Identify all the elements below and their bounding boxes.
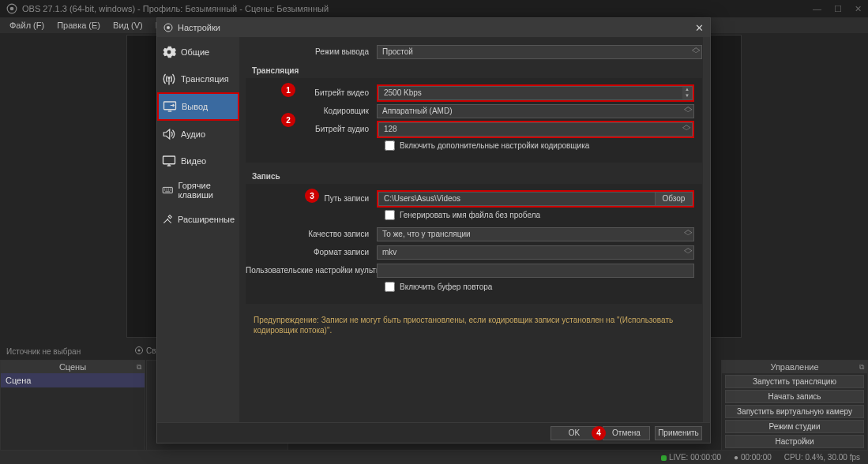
gear-icon (162, 45, 176, 59)
start-virtual-cam-button[interactable]: Запустить виртуальную камеру (725, 405, 864, 418)
keyboard-icon (162, 183, 174, 197)
svg-point-1 (10, 7, 14, 11)
antenna-icon (162, 72, 176, 86)
sidebar-label: Вывод (182, 102, 208, 111)
record-quality-select[interactable]: То же, что у трансляции (377, 227, 694, 241)
maximize-icon[interactable]: ☐ (834, 4, 842, 14)
record-format-select[interactable]: mkv (377, 245, 694, 260)
apply-button[interactable]: Применить (655, 426, 702, 440)
obs-logo-icon (163, 23, 173, 32)
svg-point-3 (138, 350, 141, 352)
svg-point-6 (168, 77, 171, 79)
encoder-label: Кодировщик (246, 107, 377, 115)
sidebar-label: Горячие клавиши (178, 181, 235, 200)
browse-button[interactable]: Обзор (655, 192, 693, 206)
status-bar: LIVE: 00:00:00 ● 00:00:00 CPU: 0.4%, 30.… (0, 450, 868, 464)
dialog-close-icon[interactable]: ✕ (695, 22, 704, 34)
spin-down-icon[interactable]: ▼ (682, 93, 692, 99)
studio-mode-button[interactable]: Режим студии (725, 420, 864, 433)
cpu-status: CPU: 0.4%, 30.00 fps (784, 453, 860, 462)
annotation-circle-2: 2 (281, 113, 295, 127)
live-status: LIVE: 00:00:00 (661, 453, 721, 462)
speaker-icon (162, 127, 176, 141)
spin-up-icon[interactable]: ▲ (682, 87, 692, 93)
annotation-circle-1: 1 (281, 83, 295, 97)
svg-rect-9 (163, 187, 172, 193)
scrollbar[interactable] (703, 37, 710, 422)
menu-view[interactable]: Вид (V) (107, 19, 149, 32)
minimize-icon[interactable]: — (813, 4, 821, 14)
sidebar-label: Аудио (181, 129, 205, 139)
video-bitrate-spinner[interactable]: 2500 Kbps (378, 86, 693, 100)
cancel-button[interactable]: Отмена (603, 426, 650, 440)
popout-icon[interactable]: ⧉ (859, 363, 864, 372)
sidebar-item-audio[interactable]: Аудио (157, 121, 239, 148)
scenes-dock: Сцены ⧉ Сцена + − ∧ ∨ (0, 360, 145, 464)
tools-icon (162, 212, 173, 226)
controls-header: Управление ⧉ (722, 361, 867, 373)
svg-rect-8 (163, 156, 175, 164)
scene-list-item[interactable]: Сцена (1, 373, 145, 387)
video-bitrate-label: Битрейт видео (246, 88, 377, 97)
record-path-highlight: C:\Users\Asus\Videos Обзор (377, 190, 694, 208)
close-icon[interactable]: ✕ (855, 4, 862, 14)
controls-title: Управление (770, 362, 818, 372)
recording-section-label: Запись (252, 167, 710, 184)
no-source-label: Источник не выбран (6, 347, 81, 356)
warning-text: Предупреждение: Записи не могут быть при… (246, 309, 710, 342)
encoder-select[interactable]: Аппаратный (AMD) (377, 104, 694, 118)
svg-point-5 (167, 26, 170, 29)
replay-buffer-checkbox[interactable] (385, 282, 395, 292)
sidebar-label: Общие (181, 47, 209, 57)
sidebar-item-general[interactable]: Общие (157, 39, 239, 65)
muxer-input[interactable] (377, 264, 694, 278)
sidebar-label: Видео (181, 156, 206, 166)
sidebar-item-output[interactable]: Вывод (157, 92, 239, 121)
monitor-icon (163, 99, 177, 114)
window-title-text: OBS 27.1.3 (64-bit, windows) - Профиль: … (22, 4, 329, 13)
menu-edit[interactable]: Правка (E) (51, 19, 107, 32)
no-space-filename-checkbox[interactable] (385, 210, 395, 220)
record-quality-label: Качество записи (246, 230, 377, 238)
menu-file[interactable]: Файл (F) (3, 19, 51, 32)
scenes-title: Сцены (59, 362, 86, 372)
popout-icon[interactable]: ⧉ (137, 363, 141, 372)
annotation-circle-4: 4 (592, 426, 606, 440)
sidebar-item-stream[interactable]: Трансляция (157, 65, 239, 92)
video-bitrate-field-highlight: 2500 Kbps ▲▼ (377, 84, 694, 102)
dialog-title-bar: Настройки ✕ (157, 18, 710, 37)
muxer-label: Пользовательские настройки мультиплексор… (246, 266, 377, 275)
gear-icon (134, 346, 144, 355)
dialog-footer: 4 OK Отмена Применить (157, 422, 710, 443)
sidebar-label: Расширенные (178, 215, 235, 224)
sidebar-item-video[interactable]: Видео (157, 148, 239, 174)
rec-status: ● 00:00:00 (734, 453, 772, 462)
settings-content: Режим вывода Простой Трансляция 1 2 Битр… (239, 37, 710, 422)
start-record-button[interactable]: Начать запись (725, 390, 864, 403)
record-path-input[interactable]: C:\Users\Asus\Videos (378, 192, 656, 206)
start-stream-button[interactable]: Запустить трансляцию (725, 375, 864, 388)
annotation-circle-3: 3 (305, 189, 319, 203)
streaming-section-label: Трансляция (252, 62, 710, 78)
monitor-icon (162, 154, 176, 168)
obs-logo-icon (6, 3, 17, 14)
controls-dock: Управление ⧉ Запустить трансляцию Начать… (721, 360, 868, 464)
settings-sidebar: Общие Трансляция Вывод Аудио Видео Горяч… (157, 37, 239, 422)
record-format-label: Формат записи (246, 248, 377, 256)
scenes-header: Сцены ⧉ (1, 361, 145, 373)
audio-bitrate-select[interactable]: 128 (378, 122, 693, 137)
dialog-title: Настройки (178, 23, 220, 32)
window-title-bar: OBS 27.1.3 (64-bit, windows) - Профиль: … (0, 0, 868, 17)
enable-adv-encoder-checkbox[interactable] (385, 140, 395, 151)
replay-buffer-label: Включить буфер повтора (400, 283, 492, 291)
ok-button[interactable]: OK (550, 426, 598, 440)
sidebar-item-advanced[interactable]: Расширенные (157, 206, 239, 233)
audio-bitrate-field-highlight: 128 (377, 121, 694, 138)
output-mode-label: Режим вывода (246, 47, 377, 56)
settings-dialog: Настройки ✕ Общие Трансляция Вывод Аудио (156, 17, 711, 443)
no-space-filename-label: Генерировать имя файла без пробела (400, 211, 540, 219)
output-mode-select[interactable]: Простой (377, 45, 702, 59)
settings-button[interactable]: Настройки (725, 435, 864, 448)
sidebar-label: Трансляция (181, 74, 229, 84)
sidebar-item-hotkeys[interactable]: Горячие клавиши (157, 174, 239, 206)
